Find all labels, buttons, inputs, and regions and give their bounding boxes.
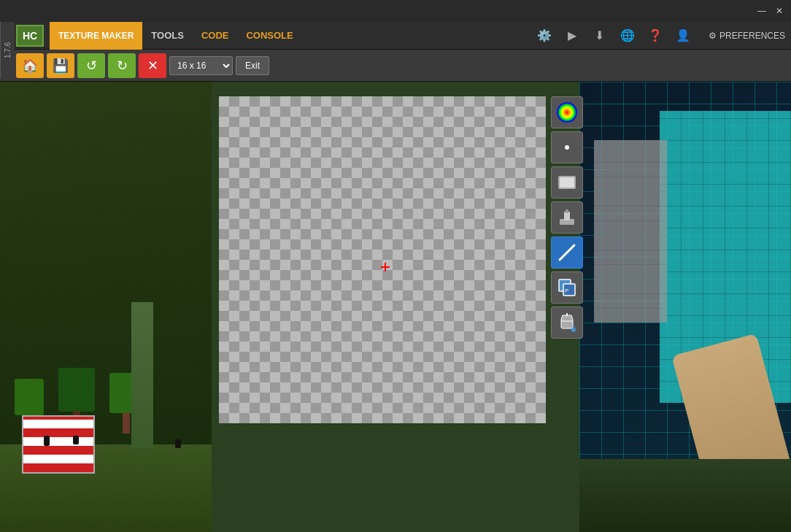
bucket-tool-button[interactable] <box>551 307 583 339</box>
new-button[interactable]: 🏠 <box>16 53 44 78</box>
pixel-tool-button[interactable] <box>551 131 583 163</box>
eraser-icon <box>558 176 576 189</box>
redo-button[interactable]: ↻ <box>108 53 136 78</box>
app-logo: HC <box>16 25 44 47</box>
fill-tool-icon <box>558 209 576 226</box>
creature-1 <box>44 436 50 446</box>
color-picker-button[interactable] <box>551 96 583 128</box>
crosshair <box>381 263 390 271</box>
menu-code[interactable]: CODE <box>193 22 238 50</box>
ground-right <box>579 459 791 532</box>
tall-structure <box>131 302 153 448</box>
header-icon-user[interactable]: 👤 <box>670 23 696 49</box>
header-icon-play[interactable]: ▶ <box>559 23 585 49</box>
tool-panel: P <box>551 96 584 339</box>
texture-canvas[interactable] <box>219 96 546 423</box>
toolbar: 🏠 💾 ↺ ↻ ✕ 16 x 16 32 x 32 64 x 64 128 x … <box>0 50 791 82</box>
header-icon-download[interactable]: ⬇ <box>587 23 613 49</box>
copy-tool-button[interactable]: P <box>551 271 583 304</box>
crosshair-vertical <box>385 263 386 271</box>
bucket-tool-icon <box>557 312 577 333</box>
header-icon-help[interactable]: ❓ <box>642 23 668 49</box>
dot-icon <box>565 145 569 150</box>
exit-button[interactable]: Exit <box>236 56 269 75</box>
minimize-button[interactable]: — <box>753 4 771 18</box>
version-tag: 1.7.6 <box>0 22 15 79</box>
header-icon-1[interactable]: ⚙️ <box>531 23 557 49</box>
scene-right <box>579 82 791 532</box>
preferences-button[interactable]: ⚙ PREFERENCES <box>700 28 791 44</box>
line-tool-button[interactable] <box>551 236 583 269</box>
menu-texture-maker[interactable]: TEXTURE MAKER <box>50 22 142 50</box>
svg-line-3 <box>560 245 574 260</box>
undo-button[interactable]: ↺ <box>77 53 105 78</box>
save-button[interactable]: 💾 <box>47 53 74 78</box>
menu-tools[interactable]: TOOLS <box>142 22 193 50</box>
creature-2 <box>73 436 79 444</box>
svg-text:P: P <box>565 288 568 294</box>
svg-rect-2 <box>566 209 568 213</box>
background-scene: P <box>0 82 791 532</box>
header-icon-globe[interactable]: 🌐 <box>614 23 641 49</box>
title-bar: — ✕ <box>0 0 791 22</box>
gear-icon: ⚙ <box>709 31 717 41</box>
creature-4 <box>175 439 181 448</box>
discard-button[interactable]: ✕ <box>139 53 166 78</box>
gray-building <box>594 140 667 323</box>
preferences-label: PREFERENCES <box>719 31 785 41</box>
copy-tool-icon: P <box>557 278 576 297</box>
eraser-button[interactable] <box>551 166 583 198</box>
color-wheel-icon <box>557 102 577 123</box>
menu-bar: HC TEXTURE MAKER TOOLS CODE CONSOLE ⚙️ ▶… <box>0 22 791 50</box>
scene-left <box>0 82 212 532</box>
size-select[interactable]: 16 x 16 32 x 32 64 x 64 128 x 128 <box>169 56 233 75</box>
close-button[interactable]: ✕ <box>771 4 788 18</box>
red-structure <box>22 415 95 474</box>
line-tool-icon <box>557 242 577 263</box>
fill-tool-button[interactable] <box>551 201 583 234</box>
menu-console[interactable]: CONSOLE <box>237 22 301 50</box>
